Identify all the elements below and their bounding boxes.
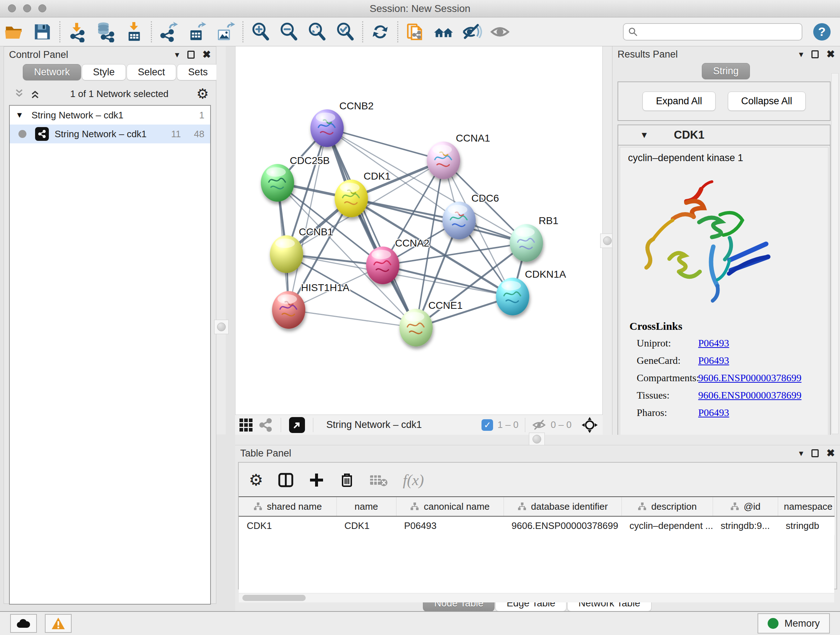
column-header-canonical-name[interactable]: canonical name	[396, 497, 504, 516]
column-header-description[interactable]: description	[622, 497, 713, 516]
network-edge-CCNB2-CCNE1[interactable]	[327, 128, 416, 328]
show-all-button[interactable]	[486, 19, 514, 45]
grid-view-icon[interactable]	[240, 418, 253, 432]
zoom-out-button[interactable]	[275, 19, 303, 45]
network-node-HIST1H1A[interactable]	[272, 291, 305, 329]
crosslink-link[interactable]: 9606.ENSP00000378699	[698, 372, 801, 384]
network-node-CCNA2[interactable]	[366, 247, 399, 284]
network-edge-CDK1-RB1[interactable]	[351, 198, 526, 243]
table-row[interactable]: CDK1CDK1P064939606.ENSP00000378699cyclin…	[239, 516, 834, 535]
open-session-button[interactable]	[0, 19, 28, 45]
network-edge-HIST1H1A-CCNE1[interactable]	[289, 310, 416, 328]
network-options-gear-icon[interactable]: ⚙	[196, 87, 209, 101]
left-splitter-handle[interactable]	[214, 320, 229, 334]
hide-selected-button[interactable]	[458, 19, 486, 45]
table-box: ⚙ f(x) shared namenamecanonical namedata…	[238, 462, 837, 589]
collection-expand-icon[interactable]: ▼	[16, 111, 32, 120]
tab-style[interactable]: Style	[82, 64, 126, 80]
network-node-CCNB1[interactable]	[270, 235, 303, 273]
zoom-window-button[interactable]	[38, 4, 46, 12]
crosslink-link[interactable]: P06493	[698, 337, 729, 349]
clone-network-icon	[405, 21, 426, 42]
minimize-window-button[interactable]	[23, 4, 31, 12]
control-panel-float-icon[interactable]	[187, 51, 195, 59]
table-panel-float-icon[interactable]	[812, 449, 819, 457]
tab-select[interactable]: Select	[126, 64, 176, 80]
export-table-button[interactable]	[183, 19, 211, 45]
column-header-namespace[interactable]: namespace	[778, 497, 834, 516]
table-horizontal-scrollbar[interactable]	[239, 593, 834, 602]
crosslink-link[interactable]: P06493	[698, 355, 729, 366]
apply-style-button[interactable]	[366, 19, 394, 45]
network-node-CDK1[interactable]	[335, 180, 368, 217]
results-panel-menu-icon[interactable]: ▾	[799, 50, 803, 59]
search-input[interactable]	[642, 26, 797, 37]
network-canvas[interactable]: CCNB2CCNA1CDC25BCDK1CDC6RB1CCNB1CCNA2CDK…	[235, 46, 603, 415]
export-image-button[interactable]	[211, 19, 240, 45]
network-node-RB1[interactable]	[510, 224, 543, 262]
crosslink-link[interactable]: P06493	[698, 407, 729, 418]
save-session-button[interactable]	[28, 19, 57, 45]
left-splitter[interactable]	[216, 46, 226, 434]
first-neighbors-button[interactable]	[429, 19, 458, 45]
network-node-CCNE1[interactable]	[399, 309, 433, 347]
tab-network[interactable]: Network	[23, 64, 81, 80]
zoom-selected-button[interactable]	[331, 19, 359, 45]
results-panel-float-icon[interactable]	[812, 50, 819, 58]
results-panel-close-icon[interactable]: ✖	[827, 49, 835, 59]
table-panel-close-icon[interactable]: ✖	[827, 448, 835, 458]
cloud-button[interactable]	[10, 614, 37, 633]
column-header-shared-name[interactable]: shared name	[239, 497, 336, 516]
column-header--id[interactable]: @id	[713, 497, 778, 516]
collapse-all-icon[interactable]	[14, 88, 27, 99]
export-network-button[interactable]	[155, 19, 183, 45]
import-network-file-button[interactable]	[63, 19, 92, 45]
collapse-all-button[interactable]: Collapse All	[728, 92, 806, 111]
network-row[interactable]: String Network – cdk1 11 48	[10, 125, 210, 143]
crosslink-link[interactable]: 9606.ENSP00000378699	[698, 390, 801, 401]
hidden-eye-icon[interactable]	[532, 419, 546, 431]
search-icon	[628, 27, 638, 37]
close-window-button[interactable]	[8, 4, 16, 12]
warning-button[interactable]	[45, 614, 72, 633]
clone-network-button[interactable]	[401, 19, 429, 45]
memory-button[interactable]: Memory	[758, 613, 830, 633]
birdseye-icon[interactable]	[581, 416, 598, 434]
create-column-icon[interactable]	[309, 472, 325, 488]
network-node-CCNB2[interactable]	[310, 109, 344, 147]
network-collection-row[interactable]: ▼ String Network – cdk1 1	[10, 106, 210, 125]
control-panel-close-icon[interactable]: ✖	[202, 50, 211, 60]
detach-view-icon[interactable]	[289, 417, 305, 433]
table-splitter-handle[interactable]	[529, 432, 545, 446]
zoom-fit-button[interactable]	[303, 19, 331, 45]
delete-table-icon[interactable]	[369, 473, 388, 487]
network-edge-CCNB2-CCNA1[interactable]	[327, 128, 444, 160]
selected-checkbox-icon[interactable]: ✓	[482, 419, 493, 431]
column-header-name[interactable]: name	[336, 497, 396, 516]
gene-collapse-icon[interactable]: ▼	[640, 130, 649, 140]
results-scrollbar[interactable]	[831, 73, 838, 434]
expand-all-button[interactable]: Expand All	[643, 92, 715, 111]
column-header-database-identifier[interactable]: database identifier	[504, 497, 622, 516]
table-empty-area	[239, 535, 834, 593]
tab-sets[interactable]: Sets	[177, 64, 219, 80]
network-node-CDC6[interactable]	[442, 202, 476, 239]
help-button[interactable]: ?	[813, 23, 831, 41]
control-panel-menu-icon[interactable]: ▾	[175, 50, 179, 59]
function-builder-icon[interactable]: f(x)	[403, 471, 424, 489]
tab-string[interactable]: String	[702, 63, 750, 79]
delete-column-icon[interactable]	[339, 472, 355, 488]
table-options-gear-icon[interactable]: ⚙	[249, 470, 263, 489]
show-columns-icon[interactable]	[278, 472, 294, 488]
zoom-in-button[interactable]	[246, 19, 275, 45]
table-panel-menu-icon[interactable]: ▾	[799, 449, 803, 458]
expand-all-icon[interactable]	[30, 88, 42, 99]
share-view-icon[interactable]	[258, 418, 273, 432]
network-node-CCNA1[interactable]	[427, 141, 460, 179]
toolbar-search	[623, 23, 802, 41]
import-network-database-button[interactable]	[92, 19, 120, 45]
import-table-file-button[interactable]	[120, 19, 148, 45]
network-graph[interactable]: CCNB2CCNA1CDC25BCDK1CDC6RB1CCNB1CCNA2CDK…	[235, 46, 603, 415]
network-node-CDC25B[interactable]	[261, 164, 294, 202]
network-node-CDKN1A[interactable]	[496, 278, 529, 315]
